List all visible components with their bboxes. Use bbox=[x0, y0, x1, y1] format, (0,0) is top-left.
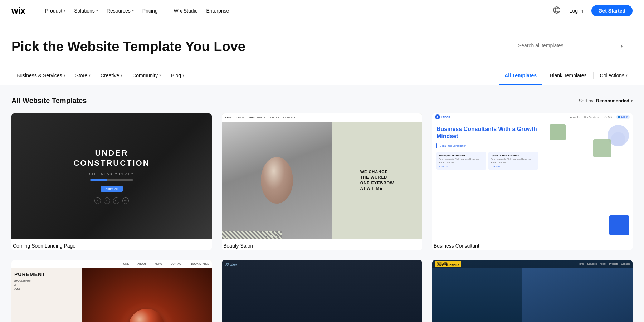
beauty-thumb: BRW ABOUT TREATMENTS PRICES CONTACT bbox=[222, 113, 422, 239]
cat-community[interactable]: Community ▾ bbox=[127, 67, 166, 85]
beauty-face-oval bbox=[261, 157, 293, 204]
linkedin-icon: in bbox=[104, 197, 110, 204]
chevron-down-icon: ▾ bbox=[89, 73, 91, 77]
beauty-face-bg bbox=[222, 122, 332, 239]
business-nav: A Risas About Us Our Services Let's Talk… bbox=[432, 113, 633, 121]
beauty-nav-treatments: TREATMENTS bbox=[249, 116, 265, 119]
sphere-nav: SPHERECONSTRUCTIONS Home Services About … bbox=[432, 260, 633, 268]
chevron-down-icon: ▾ bbox=[64, 73, 65, 77]
construction-thumb: UNDERCONSTRUCTION SITE NEARLY READY Noti… bbox=[11, 113, 212, 239]
wix-logo[interactable]: wix bbox=[11, 6, 30, 16]
sort-button[interactable]: Sort by: Recommended ▾ bbox=[579, 98, 633, 103]
business-card-2: Optimize Your Business I'm a paragraph. … bbox=[488, 152, 538, 170]
beauty-image bbox=[222, 122, 332, 239]
brasserie-logo: PUREMENT bbox=[14, 272, 79, 277]
nav-links: Product ▾ Solutions ▾ Resources ▾ Pricin… bbox=[42, 6, 552, 16]
brasserie-left: PUREMENT BRASSERIE&BAR bbox=[11, 268, 82, 322]
template-card-6[interactable]: SPHERECONSTRUCTIONS Home Services About … bbox=[432, 260, 633, 322]
biz-nav-services: Our Services bbox=[584, 116, 598, 118]
hero-title: Pick the Website Template You Love bbox=[11, 39, 245, 55]
sphere-nav-about: About bbox=[600, 263, 606, 265]
chevron-down-icon: ▾ bbox=[626, 73, 628, 77]
template-thumb-5: Skyline COMING SOON bbox=[222, 260, 422, 322]
chevron-down-icon: ▾ bbox=[159, 73, 161, 77]
cat-blank-templates[interactable]: Blank Templates bbox=[545, 67, 591, 85]
business-cta-button[interactable]: Get a Free Consultation bbox=[436, 143, 469, 148]
search-icon[interactable]: ⌕ bbox=[621, 42, 625, 49]
section-title: All Website Templates bbox=[11, 97, 87, 105]
login-button[interactable]: Log In bbox=[566, 6, 587, 16]
biz-shape-purple-circle2 bbox=[611, 132, 625, 146]
business-card-1: Strategies for Success I'm a paragraph. … bbox=[436, 152, 486, 170]
business-thumb: A Risas About Us Our Services Let's Talk… bbox=[432, 113, 633, 239]
search-bar[interactable]: ⌕ bbox=[518, 42, 633, 51]
template-label-3: Business Consultant bbox=[432, 239, 633, 250]
language-button[interactable] bbox=[552, 5, 562, 16]
nav-pricing[interactable]: Pricing bbox=[139, 6, 161, 16]
svg-text:wix: wix bbox=[11, 6, 25, 15]
template-thumb-4: HOME ABOUT MENU CONTACT BOOK A TABLE PUR… bbox=[11, 260, 212, 322]
nav-resources[interactable]: Resources ▾ bbox=[103, 6, 137, 16]
bras-nav-book: BOOK A TABLE bbox=[191, 263, 209, 265]
beauty-nav-prices: PRICES bbox=[270, 116, 279, 119]
template-card-1[interactable]: UNDERCONSTRUCTION SITE NEARLY READY Noti… bbox=[11, 113, 212, 250]
cat-business-services[interactable]: Business & Services ▾ bbox=[11, 67, 70, 85]
business-logo-text: Risas bbox=[441, 115, 450, 119]
template-label-2: Beauty Salon bbox=[222, 239, 422, 250]
chevron-down-icon: ▾ bbox=[132, 9, 134, 13]
template-card-5[interactable]: Skyline COMING SOON Coming Soon bbox=[222, 260, 422, 322]
nav-right: Log In Get Started bbox=[552, 5, 633, 16]
biz-nav-login: 🔵 Log In bbox=[616, 115, 630, 119]
bras-nav-about: ABOUT bbox=[137, 263, 146, 265]
beauty-logo: BRW bbox=[225, 116, 231, 119]
beauty-content: WE CHANGETHE WORLDONE EYEBROWAT A TIME bbox=[222, 122, 422, 239]
cat-blog[interactable]: Blog ▾ bbox=[166, 67, 189, 85]
brasserie-sub: BRASSERIE&BAR bbox=[14, 279, 79, 292]
chevron-down-icon: ▾ bbox=[631, 99, 633, 103]
chevron-down-icon: ▾ bbox=[96, 9, 98, 13]
search-input[interactable] bbox=[518, 43, 618, 48]
beauty-nav-contact: CONTACT bbox=[283, 116, 295, 119]
cat-store[interactable]: Store ▾ bbox=[70, 67, 96, 85]
get-started-button[interactable]: Get Started bbox=[591, 5, 633, 16]
business-left: Business Consultants With a Growth Minds… bbox=[432, 121, 542, 239]
beauty-nav-about: ABOUT bbox=[236, 116, 244, 119]
social-icons: f in ig tw bbox=[94, 197, 129, 204]
cat-collections[interactable]: Collections ▾ bbox=[595, 67, 633, 85]
twitter-icon: tw bbox=[122, 197, 129, 204]
construction-progress-fill bbox=[90, 179, 107, 181]
biz-shape-blue-rect bbox=[609, 215, 629, 235]
nav-wix-studio[interactable]: Wix Studio bbox=[170, 6, 201, 16]
nav-solutions[interactable]: Solutions ▾ bbox=[70, 6, 102, 16]
construction-progress-bar bbox=[90, 179, 133, 181]
section-header: All Website Templates Sort by: Recommend… bbox=[11, 97, 633, 105]
nav-enterprise[interactable]: Enterprise bbox=[203, 6, 233, 16]
cat-creative[interactable]: Creative ▾ bbox=[96, 67, 127, 85]
beauty-text-side: WE CHANGETHE WORLDONE EYEBROWAT A TIME bbox=[332, 122, 422, 239]
brasserie-nav: HOME ABOUT MENU CONTACT BOOK A TABLE bbox=[11, 260, 212, 268]
template-card-3[interactable]: A Risas About Us Our Services Let's Talk… bbox=[432, 113, 633, 250]
sphere-nav-links: Home Services About Projects Contact bbox=[578, 263, 630, 265]
biz-about-link[interactable]: About Us bbox=[439, 165, 448, 167]
chevron-down-icon: ▾ bbox=[64, 9, 65, 13]
biz-book-link[interactable]: Book Now bbox=[491, 165, 500, 167]
skyline-logo: Skyline bbox=[225, 263, 237, 267]
business-content: Business Consultants With a Growth Minds… bbox=[432, 121, 633, 239]
helicopter-icon: 🚁 bbox=[571, 320, 584, 322]
construction-sub: SITE NEARLY READY bbox=[89, 172, 134, 176]
template-thumb-6: SPHERECONSTRUCTIONS Home Services About … bbox=[432, 260, 633, 322]
business-cards: Strategies for Success I'm a paragraph. … bbox=[436, 152, 538, 170]
business-heading: Business Consultants With a Growth Minds… bbox=[436, 126, 538, 141]
notify-me-button[interactable]: Notify Me bbox=[101, 186, 123, 192]
cat-divider bbox=[543, 72, 543, 79]
template-card-2[interactable]: BRW ABOUT TREATMENTS PRICES CONTACT bbox=[222, 113, 422, 250]
cat-all-templates[interactable]: All Templates bbox=[499, 67, 542, 85]
biz-shape-green-top bbox=[550, 124, 566, 140]
sphere-nav-services: Services bbox=[587, 263, 597, 265]
sphere-thumb: SPHERECONSTRUCTIONS Home Services About … bbox=[432, 260, 633, 322]
nav-product[interactable]: Product ▾ bbox=[42, 6, 69, 16]
business-right bbox=[542, 121, 633, 239]
template-card-4[interactable]: HOME ABOUT MENU CONTACT BOOK A TABLE PUR… bbox=[11, 260, 212, 322]
beauty-strips bbox=[222, 231, 282, 239]
biz-nav-talk: Let's Talk bbox=[602, 116, 613, 118]
